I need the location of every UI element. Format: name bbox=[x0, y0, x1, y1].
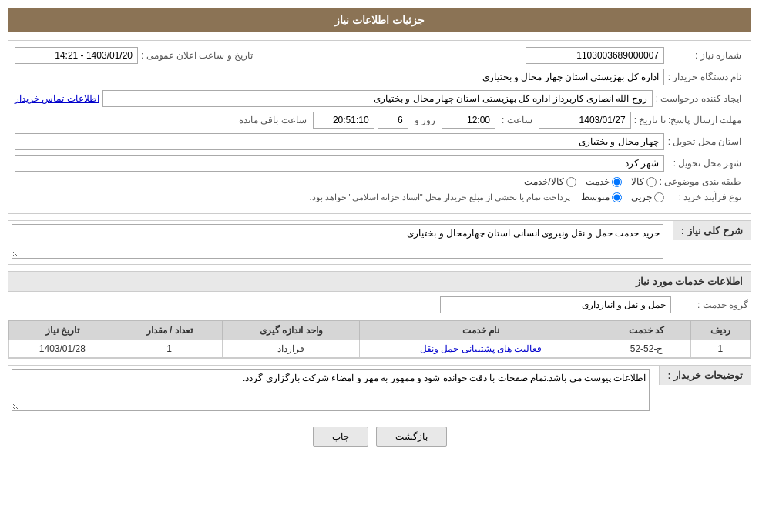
services-table-container: ردیف کد خدمت نام خدمت واحد اندازه گیری ت… bbox=[8, 320, 751, 359]
col-name: نام خدمت bbox=[359, 321, 603, 340]
deadline-date-input[interactable] bbox=[539, 112, 631, 129]
creator-input[interactable] bbox=[102, 90, 653, 107]
buyer-org-label: نام دستگاه خریدار : bbox=[667, 72, 744, 82]
purchase-type-label: نوع فرآیند خرید : bbox=[667, 192, 744, 202]
col-date: تاریخ نیاز bbox=[9, 321, 116, 340]
cell-count: 1 bbox=[116, 340, 223, 358]
category-kala-khedmat[interactable]: کالا/خدمت bbox=[524, 176, 576, 187]
deadline-days-label: روز و bbox=[411, 115, 438, 125]
buttons-row: بازگشت چاپ bbox=[8, 427, 751, 447]
buyer-org-input[interactable] bbox=[15, 69, 664, 85]
deadline-remaining-input[interactable] bbox=[313, 112, 374, 129]
need-description-section: شرح کلی نیاز : خرید خدمت حمل و نقل ونیرو… bbox=[8, 220, 751, 265]
service-group-input[interactable] bbox=[440, 296, 671, 313]
purchase-type-jozi[interactable]: جزیی bbox=[631, 192, 664, 202]
deadline-remaining-label: ساعت باقی مانده bbox=[236, 115, 310, 125]
province-input[interactable] bbox=[15, 133, 664, 150]
buyer-notes-section: توضیحات خریدار : اطلاعات پیوست می باشد.ت… bbox=[8, 365, 751, 417]
services-section-title: اطلاعات خدمات مورد نیاز bbox=[8, 271, 751, 292]
col-count: تعداد / مقدار bbox=[116, 321, 223, 340]
col-unit: واحد اندازه گیری bbox=[223, 321, 360, 340]
page-header: جزئیات اطلاعات نیاز bbox=[8, 8, 751, 32]
purchase-type-mottaset[interactable]: متوسط bbox=[581, 192, 622, 202]
category-kala-label: کالا bbox=[631, 176, 644, 187]
print-button[interactable]: چاپ bbox=[313, 427, 368, 447]
purchase-type-mottaset-radio[interactable] bbox=[612, 192, 622, 202]
cell-date: 1403/01/28 bbox=[9, 340, 116, 358]
purchase-type-jozi-label: جزیی bbox=[631, 192, 652, 202]
date-announce-input[interactable] bbox=[15, 47, 138, 64]
need-description-textarea[interactable]: خرید خدمت حمل و نقل ونیروی انسانی استان … bbox=[12, 224, 663, 259]
creator-label: ایجاد کننده درخواست : bbox=[656, 93, 744, 104]
category-radio-group: کالا خدمت کالا/خدمت bbox=[524, 176, 656, 187]
deadline-time-input[interactable] bbox=[442, 112, 495, 129]
buyer-notes-textarea[interactable]: اطلاعات پیوست می باشد.تمام صفحات با دقت … bbox=[12, 369, 650, 411]
category-kala-khedmat-label: کالا/خدمت bbox=[524, 176, 563, 187]
purchase-type-note: پرداخت تمام یا بخشی از مبلغ خریدار محل "… bbox=[309, 192, 570, 202]
category-khedmat[interactable]: خدمت bbox=[586, 176, 622, 187]
cell-unit: قرارداد bbox=[223, 340, 360, 358]
category-kala-radio[interactable] bbox=[646, 177, 657, 187]
page-title: جزئیات اطلاعات نیاز bbox=[334, 14, 425, 26]
cell-name[interactable]: فعالیت های پشتیبانی حمل ونقل bbox=[359, 340, 603, 358]
deadline-label: مهلت ارسال پاسخ: تا تاریخ : bbox=[634, 115, 744, 125]
need-description-label: شرح کلی نیاز : bbox=[673, 221, 751, 240]
col-code: کد خدمت bbox=[603, 321, 690, 340]
category-label: طبقه بندی موضوعی : bbox=[660, 176, 744, 187]
category-kala-khedmat-radio[interactable] bbox=[566, 177, 576, 187]
category-khedmat-label: خدمت bbox=[586, 176, 610, 187]
deadline-days-input[interactable] bbox=[378, 112, 408, 129]
category-khedmat-radio[interactable] bbox=[612, 177, 622, 187]
need-number-input[interactable] bbox=[526, 47, 664, 64]
services-table: ردیف کد خدمت نام خدمت واحد اندازه گیری ت… bbox=[8, 320, 751, 358]
deadline-time-label: ساعت : bbox=[499, 115, 536, 125]
city-label: شهر محل تحویل : bbox=[667, 158, 744, 169]
service-group-label: گروه خدمت : bbox=[674, 299, 751, 310]
cell-row: 1 bbox=[690, 340, 750, 358]
purchase-type-mottaset-label: متوسط bbox=[581, 192, 610, 202]
need-number-label: شماره نیاز : bbox=[667, 50, 744, 61]
category-kala[interactable]: کالا bbox=[631, 176, 657, 187]
col-row: ردیف bbox=[690, 321, 750, 340]
purchase-type-radio-group: جزیی متوسط bbox=[581, 192, 664, 202]
purchase-type-jozi-radio[interactable] bbox=[654, 192, 664, 202]
city-input[interactable] bbox=[15, 155, 664, 172]
province-label: استان محل تحویل : bbox=[667, 136, 744, 147]
date-announce-label: تاریخ و ساعت اعلان عمومی : bbox=[141, 50, 256, 61]
buyer-notes-label: توضیحات خریدار : bbox=[659, 366, 751, 385]
contact-link[interactable]: اطلاعات تماس خریدار bbox=[15, 93, 99, 104]
table-row: 1 ح-52-52 فعالیت های پشتیبانی حمل ونقل ق… bbox=[9, 340, 751, 358]
back-button[interactable]: بازگشت bbox=[376, 427, 447, 447]
cell-code: ح-52-52 bbox=[603, 340, 690, 358]
